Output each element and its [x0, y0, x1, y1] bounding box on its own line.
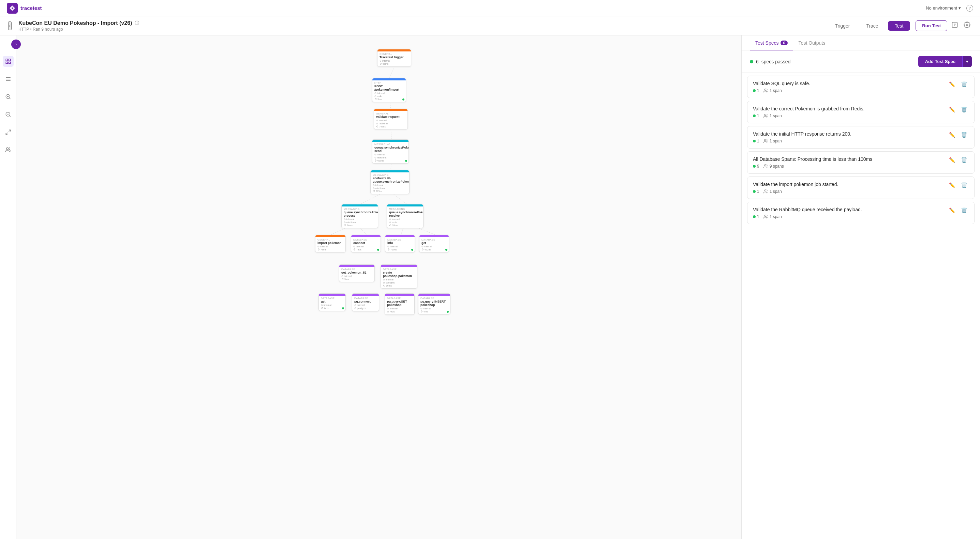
env-selector[interactable]: No environment ▾ [926, 5, 961, 11]
node-queue-process[interactable]: MESSAGING queue.synchronizePokemon proce… [341, 204, 378, 228]
list-view-button[interactable] [3, 74, 14, 84]
right-panel-actions: 6 specs passed Add Test Spec ▾ [741, 51, 980, 73]
spec-item-3-delete-button[interactable]: 🗑️ [959, 131, 969, 139]
spec-item-3-spans: 1 span [764, 139, 782, 143]
spec-item-5-edit-button[interactable]: ✏️ [948, 182, 957, 189]
zoom-in-button[interactable] [3, 91, 14, 102]
svg-line-16 [8, 130, 10, 132]
tab-test-specs-badge: 6 [781, 41, 788, 45]
spec-item-1-meta: 1 1 span [753, 88, 948, 93]
left-mini-sidebar: › [0, 35, 16, 539]
svg-line-17 [6, 133, 8, 135]
spec-item-4-delete-button[interactable]: 🗑️ [959, 156, 969, 164]
svg-rect-5 [8, 62, 10, 64]
spec-item-5-meta: 1 1 span [753, 189, 948, 194]
node-post-pokemon[interactable]: HTTP POST /pokemon/import ⊙ internal ⊙ r… [372, 78, 406, 102]
tab-test-specs-label: Test Specs [755, 40, 778, 46]
spec-item-1: Validate SQL query is safe. 1 1 span ✏️ [747, 76, 975, 98]
spec-item-5-delete-button[interactable]: 🗑️ [959, 182, 969, 189]
spec-item-6: Validate the RabbitMQ queue received the… [747, 202, 975, 224]
spec-item-4: All Database Spans: Processing time is l… [747, 151, 975, 174]
spec-item-2-spans: 1 span [764, 113, 782, 118]
node-queue-default[interactable]: MESSAGING <default> => queue.synchronize… [370, 170, 409, 194]
spec-item-6-edit-button[interactable]: ✏️ [948, 207, 957, 214]
trace-diagram: GENERAL Tracetest trigger ⊙ internal ⏱ 6… [268, 42, 490, 281]
spec-item-5-left: Validate the import pokemon job started.… [753, 182, 948, 194]
spec-item-6-meta: 1 1 span [753, 214, 948, 219]
spec-item-6-left: Validate the RabbitMQ queue received the… [753, 207, 948, 219]
back-button[interactable]: ‹ [8, 21, 11, 30]
fit-view-button[interactable] [3, 127, 14, 138]
node-get-pokemon-52[interactable]: DATABASE get_pokemon_52 ⊙ internal ⏱ 9ms [339, 265, 375, 282]
node-validate-request[interactable]: GENERAL validate request ⊙ internal ⊙ ra… [374, 109, 408, 130]
people-button[interactable] [3, 144, 14, 155]
spec-item-3-actions: ✏️ 🗑️ [948, 131, 969, 139]
tab-test-outputs-label: Test Outputs [799, 40, 826, 46]
spec-item-2-edit-button[interactable]: ✏️ [948, 106, 957, 113]
spec-item-2-meta: 1 1 span [753, 113, 948, 118]
spec-item-6-title: Validate the RabbitMQ queue received the… [753, 207, 948, 212]
tab-trigger[interactable]: Trigger [828, 21, 857, 31]
spec-item-5-actions: ✏️ 🗑️ [948, 182, 969, 189]
tab-test[interactable]: Test [888, 21, 910, 31]
spec-item-3-edit-button[interactable]: ✏️ [948, 131, 957, 139]
node-pg-query-insert[interactable]: DATABASE pg.query:INSERT pokeshop ⊙ inte… [418, 293, 450, 314]
node-pg-query-set[interactable]: DATABASE pg.query:SET pokeshop ⊙ interna… [385, 293, 415, 315]
node-queue-receive[interactable]: MESSAGING queue.synchronizePokemon recei… [387, 204, 423, 228]
spec-item-4-title: All Database Spans: Processing time is l… [753, 156, 948, 162]
spec-item-4-spans: 9 spans [764, 164, 784, 169]
svg-line-10 [9, 98, 10, 99]
canvas-content: GENERAL Tracetest trigger ⊙ internal ⏱ 6… [16, 35, 741, 539]
test-tab-area: Trigger Trace Test [828, 21, 910, 31]
svg-point-33 [765, 190, 766, 192]
svg-rect-3 [8, 59, 10, 61]
spec-item-3: Validate the initial HTTP response retur… [747, 126, 975, 149]
help-icon[interactable]: ? [966, 5, 973, 11]
node-pg-connect[interactable]: DATABASE pg.connect ⊙ internal ⊙ postgre… [352, 293, 379, 311]
node-tracetest-trigger[interactable]: GENERAL Tracetest trigger ⊙ internal ⏱ 6… [377, 49, 411, 67]
node-connect[interactable]: DATABASE connect ⊙ internal ⏱ 78us [351, 235, 381, 252]
node-get-bottom[interactable]: DATABASE get ⊙ internal ⏱ 4ms [318, 293, 346, 311]
spec-item-1-delete-button[interactable]: 🗑️ [959, 81, 969, 88]
app-logo-text: tracetest [21, 5, 42, 11]
expand-panel-button[interactable]: › [11, 40, 21, 49]
trace-canvas: GENERAL Tracetest trigger ⊙ internal ⏱ 6… [16, 35, 741, 539]
spec-item-1-count: 1 [753, 88, 759, 93]
tab-test-outputs[interactable]: Test Outputs [793, 35, 831, 51]
test-title: KubeCon EU Demo Pokeshop - Import (v26) … [18, 20, 823, 26]
tab-test-specs[interactable]: Test Specs 6 [750, 35, 793, 51]
spec-list: Validate SQL query is safe. 1 1 span ✏️ [741, 73, 980, 539]
top-nav: tracetest No environment ▾ ? [0, 0, 980, 16]
tracetest-logo-icon [7, 3, 18, 14]
export-button[interactable] [950, 20, 959, 31]
node-create-pokeshop[interactable]: DATABASE create pokeshop.pokemon ⊙ inter… [380, 265, 417, 289]
add-spec-dropdown-button[interactable]: ▾ [962, 56, 972, 67]
node-get[interactable]: DATABASE get ⊙ internal ⏱ 422us [419, 235, 449, 252]
svg-rect-4 [6, 62, 8, 64]
spec-item-4-meta: 9 9 spans [753, 164, 948, 169]
run-test-button[interactable]: Run Test [916, 21, 947, 31]
env-dropdown-icon: ▾ [959, 5, 961, 11]
test-info-icon[interactable]: ⓘ [135, 20, 139, 26]
settings-button[interactable] [962, 20, 972, 31]
spec-item-1-edit-button[interactable]: ✏️ [948, 81, 957, 88]
spec-item-3-left: Validate the initial HTTP response retur… [753, 131, 948, 143]
spec-item-2-delete-button[interactable]: 🗑️ [959, 106, 969, 113]
tab-trace[interactable]: Trace [859, 21, 885, 31]
svg-line-14 [9, 116, 10, 117]
add-spec-button[interactable]: Add Test Spec [918, 56, 962, 67]
spec-item-3-count: 1 [753, 139, 759, 143]
node-queue-send[interactable]: MESSAGING queue.synchronizePokemon send … [372, 140, 409, 163]
spec-item-4-edit-button[interactable]: ✏️ [948, 156, 957, 164]
node-info[interactable]: DATABASE info ⊙ internal ⏱ 710us [385, 235, 415, 252]
diagram-view-button[interactable] [3, 56, 14, 67]
spec-item-3-title: Validate the initial HTTP response retur… [753, 131, 948, 136]
node-import-pokemon[interactable]: GENERAL import pokemon ⊙ internal ⏱ 73ms [315, 235, 346, 252]
specs-passed-label: specs passed [761, 59, 791, 64]
nav-right: No environment ▾ ? [926, 5, 973, 11]
spec-item-6-delete-button[interactable]: 🗑️ [959, 207, 969, 214]
test-title-area: KubeCon EU Demo Pokeshop - Import (v26) … [18, 20, 823, 32]
svg-point-32 [765, 165, 766, 166]
zoom-out-button[interactable] [3, 109, 14, 120]
test-title-text: KubeCon EU Demo Pokeshop - Import (v26) [18, 20, 132, 26]
